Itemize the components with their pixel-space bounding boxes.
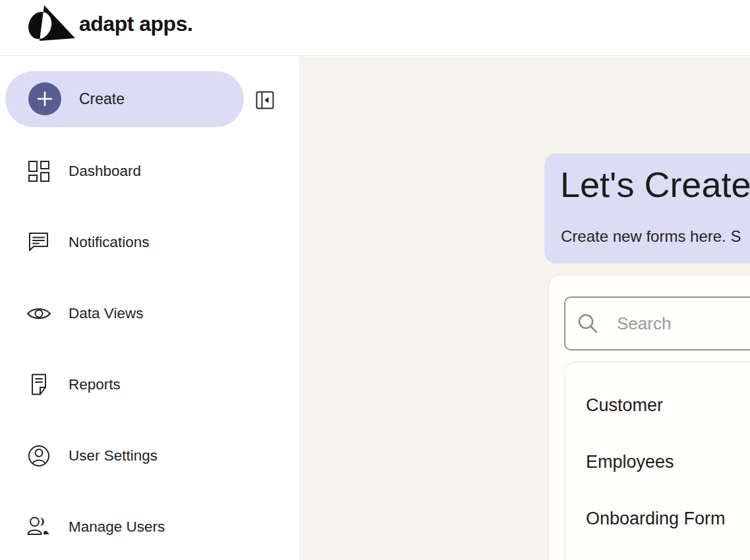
manage-users-icon	[26, 515, 51, 540]
sidebar-item-manage-users[interactable]: Manage Users	[26, 509, 264, 546]
sidebar-collapse-button[interactable]	[256, 91, 274, 109]
user-settings-icon	[26, 443, 51, 468]
search-box	[564, 296, 750, 350]
forms-list: Customer Employees Onboarding Form	[564, 362, 750, 560]
sidebar: Create Dashboard Not	[0, 57, 300, 560]
sidebar-item-label: Dashboard	[69, 163, 141, 180]
sidebar-item-label: User Settings	[69, 447, 158, 464]
sidebar-item-reports[interactable]: Reports	[26, 366, 264, 403]
create-button-label: Create	[79, 90, 125, 108]
list-item-employees[interactable]: Employees	[565, 434, 750, 490]
search-input[interactable]	[564, 296, 750, 350]
sidebar-item-notifications[interactable]: Notifications	[26, 224, 264, 261]
dashboard-icon	[26, 159, 51, 184]
sidebar-item-data-views[interactable]: Data Views	[26, 295, 264, 332]
sidebar-item-label: Manage Users	[69, 518, 165, 536]
adapt-apps-logo-icon	[25, 4, 76, 43]
banner-subtitle: Create new forms here. S	[561, 227, 741, 246]
sidebar-item-label: Data Views	[69, 305, 143, 322]
list-item-customer[interactable]: Customer	[565, 377, 750, 434]
welcome-banner: Let's Create Create new forms here. S	[544, 154, 750, 264]
sidebar-item-label: Notifications	[69, 234, 150, 251]
list-item-onboarding-form[interactable]: Onboarding Form	[565, 490, 750, 547]
main-content: Let's Create Create new forms here. S Cu…	[301, 57, 750, 560]
plus-icon	[28, 82, 61, 115]
notifications-icon	[26, 230, 51, 255]
sidebar-item-dashboard[interactable]: Dashboard	[26, 153, 264, 190]
reports-icon	[26, 372, 51, 397]
sidebar-item-user-settings[interactable]: User Settings	[26, 437, 264, 474]
app-header: adapt apps.	[0, 0, 750, 56]
banner-title: Let's Create	[560, 164, 750, 205]
brand-name: adapt apps.	[79, 12, 192, 36]
create-button[interactable]: Create	[5, 71, 244, 127]
forms-card: Customer Employees Onboarding Form	[548, 275, 750, 560]
data-views-icon	[26, 301, 51, 326]
sidebar-item-label: Reports	[69, 376, 121, 393]
